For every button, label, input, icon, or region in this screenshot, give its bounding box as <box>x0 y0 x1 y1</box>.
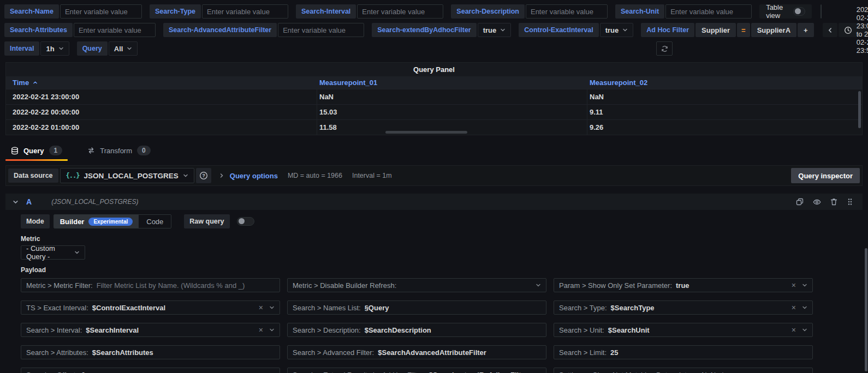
hide-query-eye-icon[interactable] <box>813 198 821 206</box>
table-cell: 9.26 <box>587 120 862 135</box>
chevron-down-icon[interactable] <box>269 305 275 310</box>
chevron-down-icon[interactable] <box>269 327 275 333</box>
table-horizontal-scrollbar[interactable] <box>385 131 467 134</box>
drag-handle-icon[interactable] <box>847 198 853 206</box>
datasource-help-button[interactable]: ? <box>196 168 211 183</box>
var-search-extend-by-adhoc-filter: Search-extendByAdhocFilter true <box>372 23 511 37</box>
time-range-picker: 2022-02-21 23:00:00 to 2022-02-23 23:59:… <box>822 23 868 37</box>
var-input[interactable] <box>526 4 608 19</box>
datasource-picker[interactable]: {..} JSON_LOCAL_POSTGRES <box>60 168 194 183</box>
chevron-down-icon[interactable] <box>802 305 807 310</box>
query-inspector-button[interactable]: Query inspector <box>791 168 860 183</box>
adhoc-operator[interactable]: = <box>737 23 750 37</box>
var-label: Query <box>77 41 108 56</box>
column-header-measurepoint-01[interactable]: Measurepoint_01 <box>317 79 587 87</box>
var-label: Search-Type <box>150 4 201 19</box>
var-input[interactable] <box>74 23 156 37</box>
clear-icon[interactable]: × <box>532 371 536 373</box>
column-header-time[interactable]: Time <box>6 79 317 87</box>
payload-field-search-description[interactable]: Search > Description: $SearchDescription <box>287 323 546 337</box>
datasource-name: JSON_LOCAL_POSTGRES <box>84 172 178 180</box>
payload-field-extend-results-adhoc[interactable]: Search > Extend Results by Ad Hoc Filter… <box>287 368 546 373</box>
var-search-type: Search-Type <box>150 4 288 19</box>
duplicate-query-icon[interactable] <box>796 198 804 206</box>
table-view-toggle[interactable] <box>793 7 805 16</box>
var-input[interactable] <box>60 4 142 19</box>
payload-field-search-unit[interactable]: Search > Unit: $SearchUnit × <box>554 323 813 337</box>
var-input[interactable] <box>202 4 288 19</box>
query-ref-id[interactable]: A <box>26 197 32 206</box>
payload-field-exact-interval[interactable]: TS > Exact Interval: $ControlExactInterv… <box>21 300 280 315</box>
clear-icon[interactable]: × <box>792 326 796 334</box>
payload-field-disable-builder-refresh[interactable]: Metric > Disable Builder Refresh: <box>287 278 546 292</box>
payload-field-advanced-filter[interactable]: Search > Advanced Filter: $SearchAdvance… <box>287 345 546 359</box>
payload-section-label: Payload <box>21 266 863 274</box>
payload-field-metric-filter[interactable]: Metric > Metric Filter: Filter Metric Li… <box>21 278 280 292</box>
page-vertical-scrollbar[interactable] <box>865 248 867 371</box>
var-label: Search-AdvancedAttributeFilter <box>163 23 277 37</box>
raw-query-toggle[interactable] <box>237 217 254 226</box>
column-header-measurepoint-02[interactable]: Measurepoint_02 <box>587 79 862 87</box>
payload-field-show-only-set-parameter[interactable]: Param > Show Only Set Parameter: true × <box>554 278 813 292</box>
query-actions <box>796 198 855 206</box>
clear-icon[interactable]: × <box>792 281 796 289</box>
clear-icon[interactable]: × <box>259 326 263 334</box>
var-input[interactable] <box>357 4 443 19</box>
interval-select[interactable]: 1h <box>40 41 69 56</box>
chevron-down-icon[interactable] <box>802 282 807 288</box>
payload-field-search-limit[interactable]: Search > Limit: 25 <box>554 345 813 359</box>
table-cell: 2022-02-22 00:00:00 <box>6 105 317 119</box>
table-cell: 9.11 <box>587 105 862 119</box>
var-select[interactable]: true <box>600 23 634 37</box>
adhoc-add-button[interactable]: + <box>798 23 814 37</box>
adhoc-value[interactable]: SupplierA <box>751 23 796 37</box>
time-range-button[interactable]: 2022-02-21 23:00:00 to 2022-02-23 23:59:… <box>839 23 868 37</box>
query-select[interactable]: All <box>109 41 138 56</box>
tab-count-badge: 0 <box>137 146 151 155</box>
var-label: Search-extendByAdhocFilter <box>372 23 477 37</box>
tab-query[interactable]: Query 1 <box>4 142 69 161</box>
time-range-text: 2022-02-21 23:00:00 to 2022-02-23 23:59:… <box>857 5 868 55</box>
json-datasource-icon: {..} <box>66 172 80 179</box>
adhoc-filter-label: Ad Hoc Filter <box>641 23 694 37</box>
fill-option[interactable]: Fill <box>821 5 822 18</box>
chevron-down-icon <box>74 250 80 255</box>
raw-query-label: Raw query <box>184 214 229 228</box>
metric-section-label: Metric <box>21 235 863 243</box>
tab-transform[interactable]: Transform 0 <box>81 142 157 161</box>
query-options-toggle[interactable]: Query options <box>230 172 278 180</box>
mode-code-option[interactable]: Code <box>139 215 171 228</box>
chevron-down-icon[interactable] <box>802 327 807 333</box>
query-editor-a: A (JSON_LOCAL_POSTGRES) Mode Builder Exp <box>5 194 863 373</box>
clear-icon[interactable]: × <box>792 304 796 311</box>
collapse-query-icon[interactable] <box>13 199 19 205</box>
mode-label: Mode <box>21 214 50 228</box>
var-input[interactable] <box>278 23 364 37</box>
adhoc-key[interactable]: Supplier <box>695 23 736 37</box>
payload-field-search-interval[interactable]: Search > Interval: $SearchInterval × <box>21 323 280 337</box>
mode-builder-option[interactable]: Builder Experimental <box>54 215 139 228</box>
query-datasource-hint: (JSON_LOCAL_POSTGRES) <box>51 198 138 206</box>
adhoc-filter: Ad Hoc Filter Supplier = SupplierA + <box>641 23 813 37</box>
variables-row-3: Interval 1h Query All <box>4 41 864 56</box>
payload-field-show-nan[interactable]: Settings > Show Not Matching Datapoints … <box>554 368 813 373</box>
var-input[interactable] <box>665 4 752 19</box>
table-vertical-scrollbar[interactable] <box>858 91 861 128</box>
payload-field-search-type[interactable]: Search > Type: $SearchType × <box>554 300 813 315</box>
delete-query-trash-icon[interactable] <box>830 198 837 206</box>
refresh-button[interactable] <box>656 41 673 56</box>
payload-field-names-list[interactable]: Search > Names List: §Query <box>287 300 546 315</box>
clear-icon[interactable]: × <box>792 371 796 373</box>
metric-select[interactable]: - Custom Query - <box>21 245 85 260</box>
payload-field-search-attributes[interactable]: Search > Attributes: $SearchAttributes <box>21 345 280 359</box>
variables-row-1: Search-Name Search-Type Search-Interval … <box>4 4 864 19</box>
max-datapoints-info: MD = auto = 1966 <box>288 172 342 179</box>
datasource-label: Data source <box>8 169 58 183</box>
clear-icon[interactable]: × <box>259 304 263 311</box>
time-shift-back-button[interactable] <box>823 23 837 37</box>
var-select[interactable]: true <box>478 23 512 37</box>
payload-field-search-offset[interactable]: Search > Offset: 0 <box>21 368 280 373</box>
var-label: Search-Name <box>4 4 59 19</box>
chevron-down-icon[interactable] <box>536 282 541 288</box>
chevron-down-icon <box>622 27 628 33</box>
